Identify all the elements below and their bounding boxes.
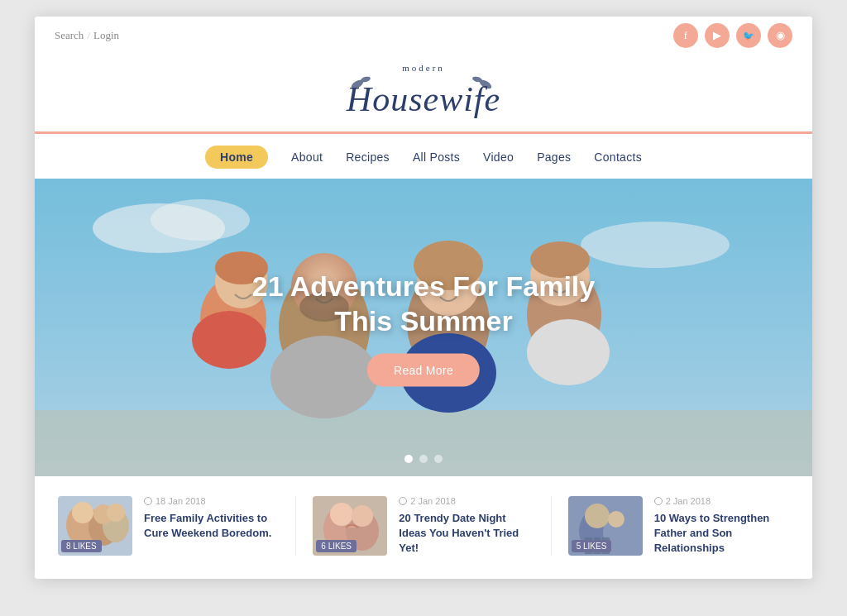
nav-recipes[interactable]: Recipes bbox=[346, 150, 390, 164]
hero-dots bbox=[404, 455, 443, 463]
login-link[interactable]: Login bbox=[93, 29, 119, 42]
top-bar: Search / Login f ▶ 🐦 ◉ bbox=[35, 17, 812, 55]
article-title-1[interactable]: Free Family Activities to Cure Weekend B… bbox=[144, 511, 279, 541]
clock-icon-3 bbox=[654, 497, 663, 505]
logo-svg: Housewife bbox=[333, 69, 514, 119]
article-card-2: 6 LIKES 2 Jan 2018 20 Trendy Date Night … bbox=[299, 496, 547, 556]
svg-point-38 bbox=[352, 505, 373, 527]
article-card-1: 8 LIKES 18 Jan 2018 Free Family Activiti… bbox=[58, 496, 292, 556]
dot-2[interactable] bbox=[419, 455, 428, 463]
svg-point-43 bbox=[608, 511, 624, 528]
article-date-1: 18 Jan 2018 bbox=[144, 496, 279, 506]
article-thumb-1[interactable]: 8 LIKES bbox=[58, 496, 132, 556]
clock-icon-2 bbox=[399, 497, 407, 505]
twitter-icon[interactable]: 🐦 bbox=[736, 23, 761, 48]
divider-1 bbox=[295, 496, 296, 556]
nav-home[interactable]: Home bbox=[205, 146, 268, 169]
article-thumb-3[interactable]: 5 LIKES bbox=[568, 496, 643, 556]
youtube-icon[interactable]: ▶ bbox=[705, 23, 730, 48]
nav-allposts[interactable]: All Posts bbox=[413, 150, 460, 164]
divider-2 bbox=[551, 496, 552, 556]
article-date-3: 2 Jan 2018 bbox=[654, 496, 789, 506]
article-date-2: 2 Jan 2018 bbox=[399, 496, 534, 506]
nav-about[interactable]: About bbox=[291, 150, 323, 164]
facebook-icon[interactable]: f bbox=[673, 23, 698, 48]
instagram-icon[interactable]: ◉ bbox=[768, 23, 792, 48]
nav-pages[interactable]: Pages bbox=[537, 150, 571, 164]
hero-content: 21 Adventures For Family This Summer Rea… bbox=[252, 268, 595, 386]
logo-area: modern Housewife bbox=[35, 55, 812, 134]
hero-section: 21 Adventures For Family This Summer Rea… bbox=[35, 179, 812, 476]
dot-1[interactable] bbox=[404, 455, 413, 463]
social-icons: f ▶ 🐦 ◉ bbox=[673, 23, 792, 48]
article-title-3[interactable]: 10 Ways to Strengthen Father and Son Rel… bbox=[654, 511, 789, 556]
page-wrapper: Search / Login f ▶ 🐦 ◉ modern Hous bbox=[35, 17, 812, 579]
search-link[interactable]: Search bbox=[55, 29, 84, 42]
separator: / bbox=[87, 29, 90, 42]
nav-video[interactable]: Video bbox=[483, 150, 514, 164]
article-title-2[interactable]: 20 Trendy Date Night Ideas You Haven't T… bbox=[399, 511, 534, 556]
nav-contacts[interactable]: Contacts bbox=[594, 150, 642, 164]
svg-point-33 bbox=[107, 504, 125, 522]
clock-icon-1 bbox=[144, 497, 152, 505]
article-card-3: 5 LIKES 2 Jan 2018 10 Ways to Strengthen… bbox=[555, 496, 789, 556]
hero-title: 21 Adventures For Family This Summer bbox=[252, 268, 595, 338]
article-info-2: 2 Jan 2018 20 Trendy Date Night Ideas Yo… bbox=[399, 496, 534, 556]
svg-point-37 bbox=[330, 503, 353, 526]
logo[interactable]: modern Housewife bbox=[35, 63, 812, 127]
likes-badge-3: 5 LIKES bbox=[572, 540, 612, 552]
svg-point-42 bbox=[585, 504, 610, 528]
likes-badge-1: 8 LIKES bbox=[61, 540, 102, 552]
dot-3[interactable] bbox=[434, 455, 443, 463]
nav-bar: Home About Recipes All Posts Video Pages… bbox=[35, 134, 812, 179]
articles-row: 8 LIKES 18 Jan 2018 Free Family Activiti… bbox=[35, 476, 812, 580]
svg-point-31 bbox=[72, 502, 93, 523]
likes-badge-2: 6 LIKES bbox=[316, 540, 357, 552]
article-info-3: 2 Jan 2018 10 Ways to Strengthen Father … bbox=[654, 496, 789, 556]
svg-text:Housewife: Housewife bbox=[346, 80, 500, 118]
article-info-1: 18 Jan 2018 Free Family Activities to Cu… bbox=[144, 496, 279, 556]
read-more-button[interactable]: Read More bbox=[367, 353, 480, 386]
top-bar-left: Search / Login bbox=[55, 29, 119, 42]
article-thumb-2[interactable]: 6 LIKES bbox=[313, 496, 387, 556]
